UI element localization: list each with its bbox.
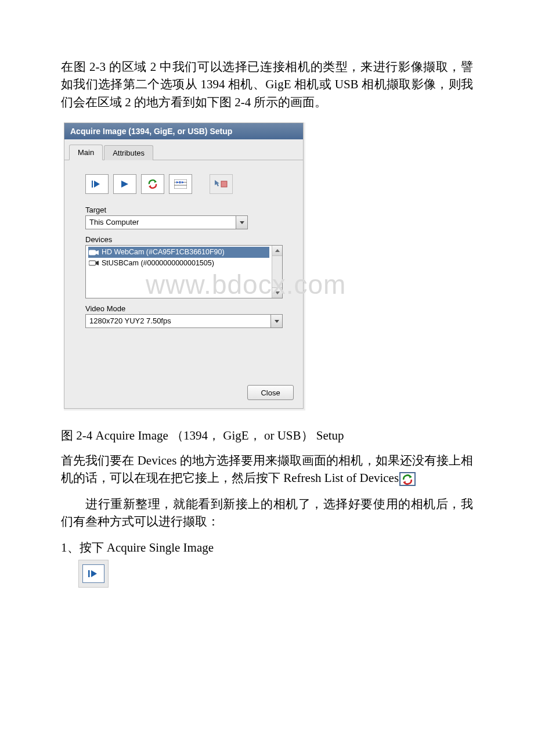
- devices-scrollbar[interactable]: [272, 246, 282, 298]
- scroll-up-button[interactable]: [272, 246, 282, 256]
- figure-caption: 图 2-4 Acquire Image （1394， GigE， or USB）…: [61, 427, 473, 444]
- dialog-tabs: Main Attributes: [64, 139, 303, 160]
- camera-icon: [89, 260, 99, 266]
- toolbar: [85, 174, 282, 194]
- dialog-shadow: Acquire Image (1394, GigE, or USB) Setup…: [64, 123, 305, 411]
- target-value: This Computer: [86, 216, 236, 229]
- refresh-devices-button[interactable]: [141, 174, 164, 194]
- target-dropdown[interactable]: This Computer: [85, 215, 248, 229]
- single-play-icon: [88, 570, 99, 578]
- play-icon: [120, 180, 129, 188]
- intro-paragraph: 在图 2-3 的区域 2 中我们可以选择已连接相机的类型，来进行影像撷取，譬如我…: [61, 58, 473, 111]
- svg-marker-19: [275, 291, 280, 294]
- svg-marker-4: [149, 185, 151, 188]
- chevron-down-icon: [275, 320, 279, 323]
- svg-rect-23: [88, 570, 90, 577]
- svg-marker-22: [403, 481, 405, 485]
- tab-main[interactable]: Main: [69, 145, 103, 160]
- chevron-down-icon: [275, 291, 280, 294]
- timing-button[interactable]: [169, 174, 192, 194]
- cursor-region-icon: [214, 179, 228, 189]
- paragraph-devices: 首先我们要在 Devices 的地方选择要用来撷取画面的相机，如果还没有接上相机…: [61, 452, 473, 487]
- devices-label: Devices: [85, 235, 282, 244]
- svg-marker-2: [121, 181, 128, 188]
- svg-rect-9: [179, 181, 181, 183]
- tab-attributes[interactable]: Attributes: [104, 145, 153, 160]
- video-mode-dropdown[interactable]: 1280x720 YUY2 7.50fps: [85, 314, 283, 328]
- dialog-titlebar: Acquire Image (1394, GigE, or USB) Setup: [64, 123, 303, 139]
- video-mode-value: 1280x720 YUY2 7.50fps: [86, 315, 270, 327]
- paragraph-method-1: 1、按下 Acquire Single Image: [61, 539, 473, 556]
- target-label: Target: [85, 206, 282, 214]
- svg-marker-8: [176, 181, 179, 183]
- refresh-icon: [147, 179, 158, 189]
- svg-rect-12: [221, 181, 227, 187]
- single-play-icon: [92, 180, 102, 188]
- svg-marker-3: [154, 180, 157, 183]
- list-item-label: StUSBCam (#0000000000001505): [102, 258, 214, 269]
- svg-marker-13: [240, 221, 244, 224]
- svg-rect-14: [89, 250, 96, 255]
- refresh-inline-icon: [399, 472, 416, 486]
- list-item-label: HD WebCam (#CA95F1CB36610F90): [102, 247, 225, 258]
- svg-marker-21: [409, 476, 412, 479]
- single-image-button-inner: [82, 564, 104, 583]
- target-dropdown-button[interactable]: [236, 216, 247, 229]
- single-image-button-figure: [78, 560, 109, 588]
- svg-marker-20: [275, 320, 279, 323]
- chevron-down-icon: [240, 221, 244, 224]
- dialog-footer: Close: [64, 385, 303, 408]
- svg-marker-1: [94, 181, 100, 188]
- acquire-continuous-button[interactable]: [113, 174, 136, 194]
- paragraph-reorganize: 进行重新整理，就能看到新接上的相机了，选择好要使用的相机后，我们有叁种方式可以进…: [61, 495, 473, 531]
- video-mode-dropdown-button[interactable]: [270, 315, 282, 327]
- document-page: 在图 2-3 的区域 2 中我们可以选择已连接相机的类型，来进行影像撷取，譬如我…: [0, 0, 534, 611]
- svg-rect-5: [174, 179, 187, 189]
- acquire-setup-dialog: Acquire Image (1394, GigE, or USB) Setup…: [64, 123, 304, 409]
- svg-marker-24: [91, 570, 97, 577]
- scroll-down-button[interactable]: [272, 287, 282, 298]
- list-item[interactable]: HD WebCam (#CA95F1CB36610F90): [88, 247, 269, 258]
- acquire-single-button[interactable]: [85, 174, 109, 194]
- video-mode-label: Video Mode: [85, 304, 282, 313]
- chevron-up-icon: [275, 249, 280, 252]
- devices-list-content: HD WebCam (#CA95F1CB36610F90) StUSBCam (…: [86, 246, 272, 298]
- svg-marker-11: [215, 180, 219, 186]
- list-item[interactable]: StUSBCam (#0000000000001505): [88, 258, 269, 269]
- dialog-body: Target This Computer Devices HD WebCam (…: [64, 160, 303, 339]
- devices-listbox[interactable]: HD WebCam (#CA95F1CB36610F90) StUSBCam (…: [85, 245, 283, 298]
- svg-marker-17: [96, 261, 99, 265]
- svg-rect-16: [89, 261, 96, 265]
- svg-marker-18: [275, 249, 280, 252]
- close-button[interactable]: Close: [247, 385, 294, 400]
- svg-marker-15: [96, 250, 99, 255]
- svg-marker-10: [182, 181, 184, 183]
- svg-rect-0: [92, 181, 93, 188]
- grid-icon: [174, 179, 187, 189]
- camera-icon: [89, 250, 99, 255]
- select-region-button[interactable]: [210, 174, 233, 194]
